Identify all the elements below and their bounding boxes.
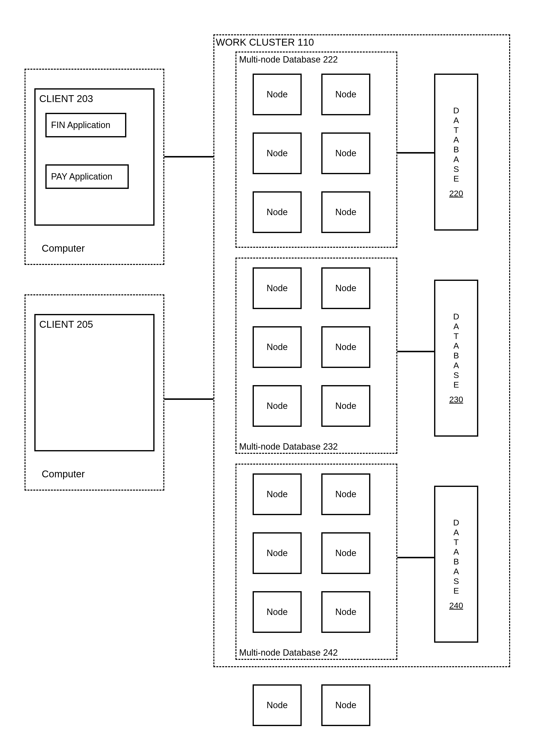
db-letter: D	[453, 312, 459, 321]
node-box: Node	[253, 191, 302, 233]
multinode-db-232-title: Multi-node Database 232	[239, 442, 338, 452]
node-label: Node	[267, 207, 288, 217]
database-230-box: D A T A B A S E 230	[434, 280, 478, 437]
node-box: Node	[253, 591, 302, 633]
pool-node-box: Node	[321, 684, 370, 726]
node-label: Node	[335, 607, 356, 617]
node-box: Node	[321, 267, 370, 309]
db-letter: A	[453, 322, 459, 331]
connector-line	[164, 156, 213, 157]
db-number: 220	[449, 189, 463, 198]
node-box: Node	[321, 532, 370, 574]
client-205-title: CLIENT 205	[39, 319, 93, 330]
db-letter: A	[453, 361, 459, 370]
node-box: Node	[321, 326, 370, 368]
db-letter: E	[453, 174, 459, 183]
client-205-footer: Computer	[42, 469, 85, 480]
db-letter: S	[453, 165, 459, 174]
db-letter: A	[453, 547, 459, 556]
client-203-footer: Computer	[42, 243, 85, 254]
node-label: Node	[267, 700, 288, 710]
db-letter: B	[453, 145, 459, 154]
node-label: Node	[335, 283, 356, 293]
multinode-db-222-title: Multi-node Database 222	[239, 54, 338, 65]
db-letter: D	[453, 106, 459, 115]
node-box: Node	[321, 191, 370, 233]
pay-app-label: PAY Application	[51, 171, 112, 182]
node-label: Node	[267, 283, 288, 293]
client-203-title: CLIENT 203	[39, 93, 93, 104]
db-number: 240	[449, 601, 463, 610]
node-label: Node	[267, 489, 288, 499]
db-letter: T	[454, 538, 459, 547]
node-box: Node	[253, 473, 302, 515]
node-box: Node	[321, 385, 370, 427]
node-label: Node	[335, 401, 356, 411]
diagram-canvas: WORK CLUSTER 110 Multi-node Database 222…	[0, 0, 543, 756]
node-label: Node	[267, 401, 288, 411]
fin-app-box: FIN Application	[45, 113, 126, 137]
node-box: Node	[253, 267, 302, 309]
node-label: Node	[335, 700, 356, 710]
pay-app-box: PAY Application	[45, 164, 129, 189]
node-label: Node	[335, 148, 356, 158]
database-220-box: D A T A B A S E 220	[434, 74, 478, 231]
node-box: Node	[253, 532, 302, 574]
connector-line	[397, 152, 434, 154]
db-letter: S	[453, 371, 459, 380]
database-240-box: D A T A B A S E 240	[434, 486, 478, 643]
node-label: Node	[335, 342, 356, 352]
node-label: Node	[335, 89, 356, 100]
db-letter: E	[453, 587, 459, 595]
fin-app-label: FIN Application	[51, 120, 110, 130]
client-203-inner	[34, 88, 155, 226]
node-box: Node	[253, 385, 302, 427]
node-label: Node	[267, 548, 288, 558]
node-label: Node	[335, 207, 356, 217]
db-letter: E	[453, 380, 459, 389]
client-205-inner	[34, 314, 155, 451]
node-box: Node	[253, 326, 302, 368]
db-number: 230	[449, 395, 463, 404]
db-letter: T	[454, 126, 459, 135]
work-cluster-title: WORK CLUSTER 110	[216, 37, 314, 48]
db-letter: A	[453, 528, 459, 537]
connector-line	[397, 351, 434, 352]
db-letter: A	[453, 155, 459, 164]
node-label: Node	[335, 548, 356, 558]
connector-line	[164, 398, 213, 400]
connector-line	[397, 557, 434, 558]
node-box: Node	[321, 74, 370, 115]
node-box: Node	[321, 132, 370, 174]
db-letter: B	[453, 557, 459, 566]
db-letter: S	[453, 577, 459, 586]
db-letter: D	[453, 518, 459, 527]
node-label: Node	[267, 607, 288, 617]
db-letter: B	[453, 351, 459, 360]
node-label: Node	[335, 489, 356, 499]
db-letter: A	[453, 341, 459, 350]
db-letter: A	[453, 116, 459, 125]
node-box: Node	[253, 74, 302, 115]
node-label: Node	[267, 148, 288, 158]
db-letter: A	[453, 567, 459, 576]
multinode-db-242-title: Multi-node Database 242	[239, 648, 338, 658]
node-label: Node	[267, 342, 288, 352]
node-box: Node	[253, 132, 302, 174]
db-letter: A	[453, 135, 459, 144]
node-box: Node	[321, 473, 370, 515]
db-letter: T	[454, 332, 459, 341]
node-label: Node	[267, 89, 288, 100]
pool-node-box: Node	[253, 684, 302, 726]
node-box: Node	[321, 591, 370, 633]
